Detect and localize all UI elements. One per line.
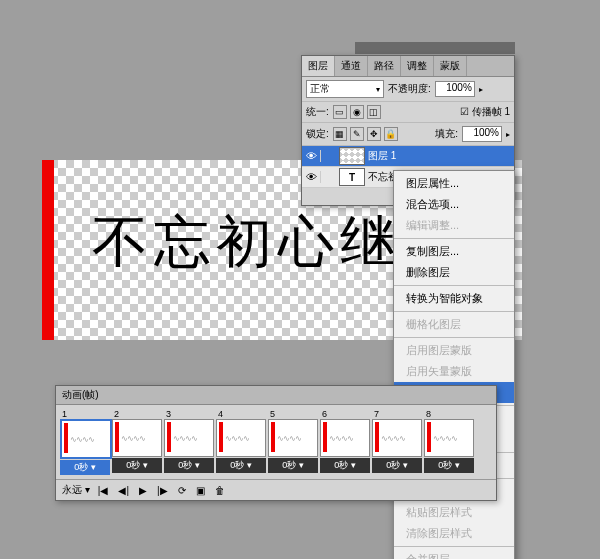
frames-strip: 1∿∿∿∿0秒 ▾2∿∿∿∿0秒 ▾3∿∿∿∿0秒 ▾4∿∿∿∿0秒 ▾5∿∿∿… [56, 405, 496, 479]
menu-item[interactable]: 复制图层... [394, 241, 514, 262]
lock-label: 锁定: [306, 127, 329, 141]
menu-item: 编辑调整... [394, 215, 514, 236]
red-stripe [42, 160, 54, 340]
tween-button[interactable]: ⟳ [176, 485, 188, 496]
unify-label: 统一: [306, 105, 329, 119]
animation-frame[interactable]: 1∿∿∿∿0秒 ▾ [60, 409, 110, 475]
play-button[interactable]: ▶ [137, 485, 149, 496]
menu-item[interactable]: 删除图层 [394, 262, 514, 283]
panel-tabs: 图层通道路径调整蒙版 [302, 56, 514, 77]
animation-tab[interactable]: 动画(帧) [56, 386, 496, 405]
tab-调整[interactable]: 调整 [401, 56, 434, 76]
opacity-label: 不透明度: [388, 82, 431, 96]
unify-icons[interactable]: ▭◉◫ [333, 105, 381, 119]
visibility-icon[interactable]: 👁 [302, 150, 321, 162]
menu-item[interactable]: 混合选项... [394, 194, 514, 215]
loop-select[interactable]: 永远 ▾ [62, 483, 90, 497]
first-frame-button[interactable]: |◀ [96, 485, 111, 496]
tab-通道[interactable]: 通道 [335, 56, 368, 76]
prev-frame-button[interactable]: ◀| [116, 485, 131, 496]
layer-row[interactable]: 👁图层 1 [302, 146, 514, 167]
menu-item: 启用图层蒙版 [394, 340, 514, 361]
animation-frame[interactable]: 2∿∿∿∿0秒 ▾ [112, 409, 162, 475]
menu-item: 清除图层样式 [394, 523, 514, 544]
menu-item: 栅格化图层 [394, 314, 514, 335]
animation-frame[interactable]: 3∿∿∿∿0秒 ▾ [164, 409, 214, 475]
animation-frame[interactable]: 6∿∿∿∿0秒 ▾ [320, 409, 370, 475]
new-frame-button[interactable]: ▣ [194, 485, 207, 496]
animation-frame[interactable]: 7∿∿∿∿0秒 ▾ [372, 409, 422, 475]
animation-frame[interactable]: 4∿∿∿∿0秒 ▾ [216, 409, 266, 475]
menu-item: 启用矢量蒙版 [394, 361, 514, 382]
tab-图层[interactable]: 图层 [302, 56, 335, 76]
menu-item: 粘贴图层样式 [394, 502, 514, 523]
visibility-icon[interactable]: 👁 [302, 171, 321, 183]
delete-frame-button[interactable]: 🗑 [213, 485, 227, 496]
fill-input[interactable]: 100% [462, 126, 502, 142]
layer-name: 图层 1 [368, 149, 396, 163]
fill-label: 填充: [435, 127, 458, 141]
menu-item[interactable]: 转换为智能对象 [394, 288, 514, 309]
opacity-input[interactable]: 100% [435, 81, 475, 97]
tab-蒙版[interactable]: 蒙版 [434, 56, 467, 76]
blend-mode-select[interactable]: 正常▾ [306, 80, 384, 98]
menu-item: 合并图层 [394, 549, 514, 559]
animation-frame[interactable]: 8∿∿∿∿0秒 ▾ [424, 409, 474, 475]
animation-panel: 动画(帧) 1∿∿∿∿0秒 ▾2∿∿∿∿0秒 ▾3∿∿∿∿0秒 ▾4∿∿∿∿0秒… [55, 385, 497, 501]
canvas-text: 不忘初心继 [92, 205, 402, 281]
menu-item[interactable]: 图层属性... [394, 173, 514, 194]
next-frame-button[interactable]: |▶ [155, 485, 170, 496]
lock-icons[interactable]: ▦✎✥🔒 [333, 127, 398, 141]
panel-header-bar [355, 42, 515, 54]
tab-路径[interactable]: 路径 [368, 56, 401, 76]
animation-frame[interactable]: 5∿∿∿∿0秒 ▾ [268, 409, 318, 475]
